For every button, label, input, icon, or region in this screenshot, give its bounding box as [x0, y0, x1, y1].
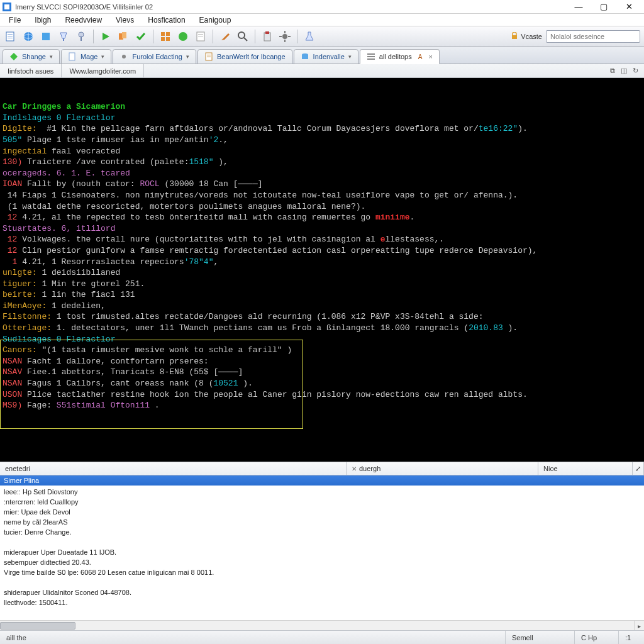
menu-ibigh[interactable]: Ibigh: [28, 14, 57, 26]
terminal-line: NSAV Fiee.1 abettors, Tnaricats 8-EN8 (5…: [3, 367, 641, 378]
close-button[interactable]: ✕: [616, 1, 641, 13]
tab-label: BeanWerlt for lbcange: [217, 53, 286, 60]
minimize-button[interactable]: —: [566, 1, 591, 13]
note-icon[interactable]: [194, 30, 208, 43]
svg-rect-41: [367, 53, 375, 55]
search-icon[interactable]: [236, 30, 250, 43]
output-line: Virge time bailde S0 lpe: 6068 20 Lesen …: [4, 567, 640, 577]
leaf-icon[interactable]: [176, 30, 190, 43]
tab-label: Furolol Edacting: [132, 53, 182, 60]
globe-icon[interactable]: [21, 30, 35, 43]
svg-rect-5: [8, 38, 13, 38]
output-line: mier: Upae dek Devol: [4, 507, 640, 517]
tab-indenvalle[interactable]: Indenvalle ▾: [294, 49, 358, 64]
scrollbar-thumb[interactable]: [0, 622, 75, 630]
check-icon[interactable]: [134, 30, 148, 43]
clipboard-icon[interactable]: [260, 30, 274, 43]
horizontal-scrollbar[interactable]: ▸: [0, 620, 644, 630]
maximize-button[interactable]: ▢: [591, 1, 616, 13]
terminal-line: NSAN Facht 1 dallore, contfortarn prsere…: [3, 356, 641, 367]
svg-rect-14: [122, 32, 126, 38]
terminal-line: Stuartates. 6, itlilord: [3, 223, 641, 235]
tab-shange[interactable]: Shange ▾: [3, 49, 60, 64]
doc-icon: [68, 52, 77, 61]
svg-rect-26: [265, 31, 269, 34]
terminal-line: 12 Volkwages. the crtall nure (quctoriat…: [3, 234, 641, 245]
pin-icon[interactable]: [74, 30, 88, 43]
glass-icon[interactable]: [57, 30, 70, 43]
split-left[interactable]: enetedri: [0, 462, 347, 475]
tab-close-icon[interactable]: ×: [426, 53, 432, 60]
duplicate-icon[interactable]: ⧉: [609, 67, 616, 75]
menu-host[interactable]: Hosfication: [142, 14, 191, 26]
output-line: sebempuer didtectied 20.43.: [4, 557, 640, 567]
tab-beanwerlt[interactable]: BeanWerlt for lbcange: [197, 49, 292, 64]
pen-icon[interactable]: [218, 30, 232, 43]
svg-line-24: [244, 38, 247, 41]
terminal-line: Canors: "(1 tasta rimuster mesive wonk t…: [3, 345, 641, 356]
menu-file[interactable]: File: [3, 14, 27, 26]
subtab-info[interactable]: Iinfstoch asues: [0, 64, 62, 77]
terminal-line: (1 watdal dethe rescoricted, motertors p…: [3, 201, 641, 213]
terminal-line: Diglte: #1 Kln the pellcage farn aftdalo…: [3, 123, 641, 135]
terminal-line: ocerageds. 6. 1. E. tcared: [3, 168, 641, 179]
svg-rect-40: [302, 55, 308, 59]
svg-rect-42: [367, 56, 375, 57]
tab-furolol[interactable]: Furolol Edacting ▾: [113, 49, 196, 64]
flask-icon[interactable]: [303, 30, 316, 43]
tab-label: Shange: [22, 53, 46, 60]
menu-views[interactable]: Vievs: [109, 14, 140, 26]
svg-point-19: [179, 32, 187, 41]
popout-icon[interactable]: ◫: [620, 67, 628, 75]
tab-mage[interactable]: Mage ▾: [61, 49, 112, 64]
lock-icon: [511, 32, 518, 41]
search-input[interactable]: [546, 30, 640, 43]
svg-rect-15: [161, 32, 165, 36]
gear-icon[interactable]: [278, 30, 292, 43]
status-r2: :1: [619, 631, 644, 644]
output-panel: Simer Plina leee:: Hp Setl Diovstony:nte…: [0, 475, 644, 630]
svg-rect-22: [198, 36, 203, 36]
split-mid-label: duergh: [359, 465, 380, 472]
toolbar-separator: [213, 30, 213, 43]
grid-icon[interactable]: [158, 30, 172, 43]
x-icon: ✕: [352, 465, 357, 472]
split-right[interactable]: Nioe: [538, 462, 633, 475]
page-icon: [204, 52, 213, 61]
terminal-line: Filstonne: 1 tost rimusted.altes rectatd…: [3, 311, 641, 323]
menu-group[interactable]: Eanigoup: [193, 14, 238, 26]
svg-rect-17: [161, 37, 165, 41]
terminal-line: USON Plice tactlather restine hook ion t…: [3, 389, 641, 401]
terminal-line: unlgte: 1 deidsiibllaned: [3, 267, 641, 279]
play-icon[interactable]: [99, 30, 113, 43]
window-controls: — ▢ ✕: [566, 1, 641, 13]
status-bar: aill the Semell C Hp :1: [0, 630, 644, 644]
terminal-line: 1 4.21, 1 Resorrraslactea repeciors'78"4…: [3, 257, 641, 268]
reload-icon[interactable]: ↻: [631, 67, 639, 75]
vcaste-text: Vcaste: [521, 33, 542, 40]
vcaste-label: Vcaste: [511, 32, 542, 41]
svg-rect-38: [207, 57, 211, 57]
terminal-line: tiguer: 1 Min tre gtorel 251.: [3, 279, 641, 290]
status-left: aill the: [0, 631, 506, 644]
split-mid[interactable]: ✕ duergh: [347, 462, 538, 475]
terminal-line: 130) Traictere /ave contrated (palete:15…: [3, 157, 641, 168]
app-icon: [3, 3, 11, 11]
terminal-line: ingectial faal vecracted: [3, 146, 641, 157]
split-expand-icon[interactable]: ⤢: [633, 462, 644, 475]
tab-label: Indenvalle: [313, 53, 345, 60]
subtab-url[interactable]: Www.lamgdoliter.com: [62, 64, 144, 77]
file-icon[interactable]: [4, 30, 18, 43]
output-line: [4, 577, 640, 587]
menu-review[interactable]: Reedvview: [58, 14, 108, 26]
cards-icon[interactable]: [116, 30, 130, 43]
scrollbar-arrow-right[interactable]: ▸: [634, 621, 644, 630]
svg-point-23: [238, 32, 245, 38]
tab-delitops[interactable]: all delitops A ×: [360, 49, 440, 64]
svg-rect-11: [80, 36, 82, 41]
diamond-icon: [9, 52, 18, 61]
output-panel-header[interactable]: Simer Plina: [0, 475, 644, 486]
terminal-pane[interactable]: Car Dringges a SicamerionIndlslages 0 Fl…: [0, 78, 644, 462]
terminal-line: beirte: 1 lin the fiacl 131: [3, 289, 641, 301]
tool-blue-icon[interactable]: [39, 30, 53, 43]
